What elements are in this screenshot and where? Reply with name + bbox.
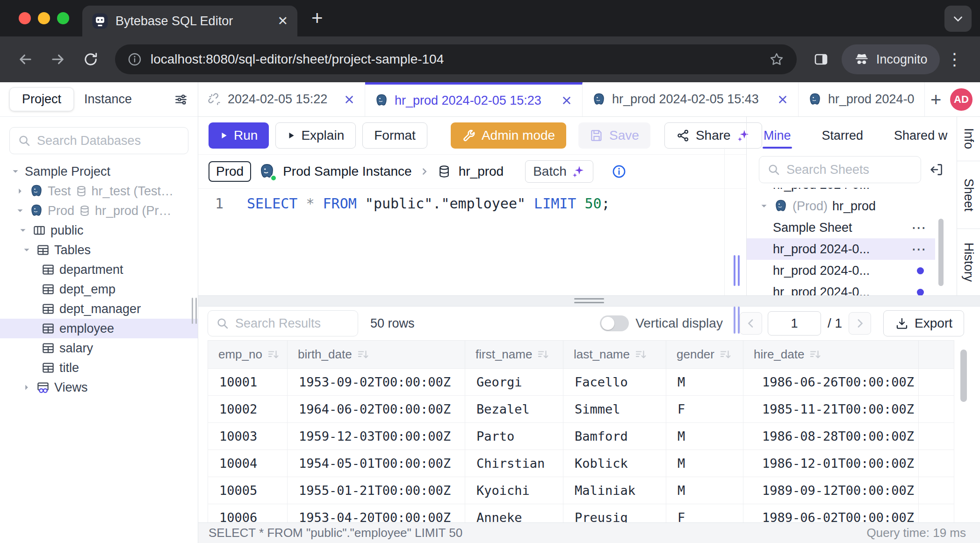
- bookmark-star-icon[interactable]: [769, 51, 785, 67]
- caret-down-icon[interactable]: [18, 225, 28, 236]
- table-row[interactable]: 100031959-12-03T00:00:00ZPartoBamfordM19…: [208, 423, 954, 450]
- vertical-display-toggle[interactable]: [600, 315, 629, 331]
- tree-item-views[interactable]: Views: [0, 378, 198, 397]
- browser-tab-close-icon[interactable]: ✕: [277, 14, 288, 29]
- sort-icon[interactable]: [634, 349, 647, 361]
- address-bar[interactable]: localhost:8080/sql-editor/sheet/project-…: [115, 44, 797, 74]
- column-header-emp_no[interactable]: emp_no: [208, 341, 288, 369]
- tree-item-sample-project[interactable]: Sample Project: [0, 162, 198, 181]
- tree-item-dept-emp[interactable]: dept_emp: [0, 279, 198, 299]
- reload-button[interactable]: [78, 46, 104, 72]
- tab-info[interactable]: Info: [957, 117, 980, 161]
- tree-item-public[interactable]: public: [0, 221, 198, 240]
- export-button[interactable]: Export: [883, 310, 964, 336]
- table-row[interactable]: 100051955-01-21T00:00:00ZKyoichiMaliniak…: [208, 477, 954, 504]
- sql-editor[interactable]: 1 SELECT * FROM "public"."employee" LIMI…: [198, 189, 746, 295]
- panel-resize-handle[interactable]: [734, 255, 740, 286]
- window-minimize-button[interactable]: [38, 12, 50, 24]
- next-page-button[interactable]: [849, 312, 871, 335]
- database-name[interactable]: hr_prod: [459, 164, 504, 179]
- sort-icon[interactable]: [809, 349, 821, 361]
- window-zoom-button[interactable]: [57, 12, 69, 24]
- sql-code-line[interactable]: SELECT * FROM "public"."employee" LIMIT …: [247, 195, 610, 295]
- sheet-tab[interactable]: hr_prod 2024-02-05 15:43: [583, 82, 799, 116]
- caret-down-icon[interactable]: [10, 166, 21, 177]
- results-search[interactable]: [208, 310, 358, 336]
- table-row[interactable]: 100041954-05-01T00:00:00ZChirstianKoblic…: [208, 450, 954, 477]
- tab-shared-with-me[interactable]: Shared w: [893, 120, 948, 151]
- sort-icon[interactable]: [537, 349, 549, 361]
- close-tab-button[interactable]: [561, 94, 573, 107]
- close-tab-button[interactable]: [343, 93, 355, 106]
- sheet-item[interactable]: hr_prod 2024-0...⋯: [747, 238, 935, 260]
- database-search-input[interactable]: [37, 134, 180, 148]
- tree-item-test[interactable]: Testhr_test (Test…: [0, 181, 198, 201]
- format-button[interactable]: Format: [362, 122, 427, 149]
- info-icon[interactable]: [611, 164, 627, 179]
- caret-right-icon[interactable]: [15, 186, 25, 196]
- sheet-item-partial[interactable]: hr_prod 2024-0...: [747, 188, 935, 195]
- sort-icon[interactable]: [267, 349, 279, 361]
- sheet-list-scrollbar[interactable]: [938, 219, 944, 286]
- results-search-input[interactable]: [235, 316, 350, 331]
- collapse-panel-icon[interactable]: [929, 162, 944, 178]
- tab-history[interactable]: History: [957, 229, 980, 295]
- sheet-search-input[interactable]: [786, 163, 913, 177]
- sheet-tab[interactable]: hr_prod 2024-02-05 15:23: [365, 82, 583, 116]
- tab-instance[interactable]: Instance: [74, 88, 142, 111]
- instance-name[interactable]: Prod Sample Instance: [283, 164, 412, 179]
- window-close-button[interactable]: [19, 12, 31, 24]
- tree-item-prod[interactable]: Prodhr_prod (Pr…: [0, 201, 198, 221]
- tab-search-button[interactable]: [944, 6, 972, 32]
- new-sheet-tab-button[interactable]: +: [930, 90, 941, 109]
- back-button[interactable]: [12, 46, 38, 72]
- caret-down-icon[interactable]: [759, 201, 769, 211]
- sheet-search[interactable]: [759, 156, 921, 183]
- column-header-hire_date[interactable]: hire_date: [743, 341, 919, 369]
- table-row[interactable]: 100061953-04-20T00:00:00ZAnnekePreusigF1…: [208, 504, 954, 523]
- forward-button[interactable]: [45, 46, 71, 72]
- sort-icon[interactable]: [719, 349, 731, 361]
- tree-item-dept-manager[interactable]: dept_manager: [0, 299, 198, 319]
- page-number-input[interactable]: [768, 311, 821, 336]
- table-row[interactable]: 100021964-06-02T00:00:00ZBezalelSimmelF1…: [208, 396, 954, 423]
- tab-project[interactable]: Project: [9, 87, 74, 111]
- column-header-last_name[interactable]: last_name: [563, 341, 666, 369]
- caret-down-icon[interactable]: [15, 206, 25, 216]
- tree-item-tables[interactable]: Tables: [0, 240, 198, 260]
- save-button[interactable]: Save: [578, 122, 650, 149]
- tree-item-title[interactable]: title: [0, 358, 198, 378]
- splitter-grip[interactable]: [574, 298, 604, 303]
- sidebar-resize-handle[interactable]: [192, 298, 197, 324]
- admin-mode-button[interactable]: Admin mode: [451, 122, 566, 149]
- batch-button[interactable]: Batch: [525, 160, 593, 183]
- sheet-group[interactable]: (Prod)hr_prod: [747, 195, 935, 217]
- database-search[interactable]: [9, 127, 188, 154]
- column-header-gender[interactable]: gender: [666, 341, 743, 369]
- site-info-icon[interactable]: [127, 52, 142, 67]
- caret-down-icon[interactable]: [22, 245, 32, 255]
- column-header-birth_date[interactable]: birth_date: [288, 341, 465, 369]
- browser-menu-button[interactable]: ⋮: [946, 50, 963, 69]
- prev-page-button[interactable]: [740, 312, 762, 335]
- filter-settings-button[interactable]: [173, 92, 188, 107]
- explain-button[interactable]: Explain: [275, 122, 356, 149]
- new-browser-tab-button[interactable]: +: [311, 8, 323, 28]
- sheet-item[interactable]: Sample Sheet⋯: [747, 217, 935, 238]
- close-tab-button[interactable]: [777, 93, 789, 106]
- sort-icon[interactable]: [357, 349, 369, 361]
- sheet-tab[interactable]: 2024-02-05 15:22: [198, 82, 365, 116]
- tree-item-salary[interactable]: salary: [0, 338, 198, 358]
- side-panel-button[interactable]: [808, 46, 834, 72]
- tree-item-employee[interactable]: employee: [0, 319, 198, 338]
- sheet-item[interactable]: hr_prod 2024-0...: [747, 260, 935, 281]
- tab-mine[interactable]: Mine: [763, 120, 792, 151]
- horizontal-splitter[interactable]: [198, 295, 980, 307]
- column-header-first_name[interactable]: first_name: [465, 341, 563, 369]
- sheet-tab[interactable]: hr_prod 2024-0: [799, 82, 925, 116]
- caret-right-icon[interactable]: [22, 382, 32, 393]
- table-row[interactable]: 100011953-09-02T00:00:00ZGeorgiFacelloM1…: [208, 369, 954, 396]
- url-text[interactable]: localhost:8080/sql-editor/sheet/project-…: [151, 52, 760, 67]
- tab-starred[interactable]: Starred: [821, 120, 865, 151]
- user-avatar[interactable]: AD: [950, 88, 973, 111]
